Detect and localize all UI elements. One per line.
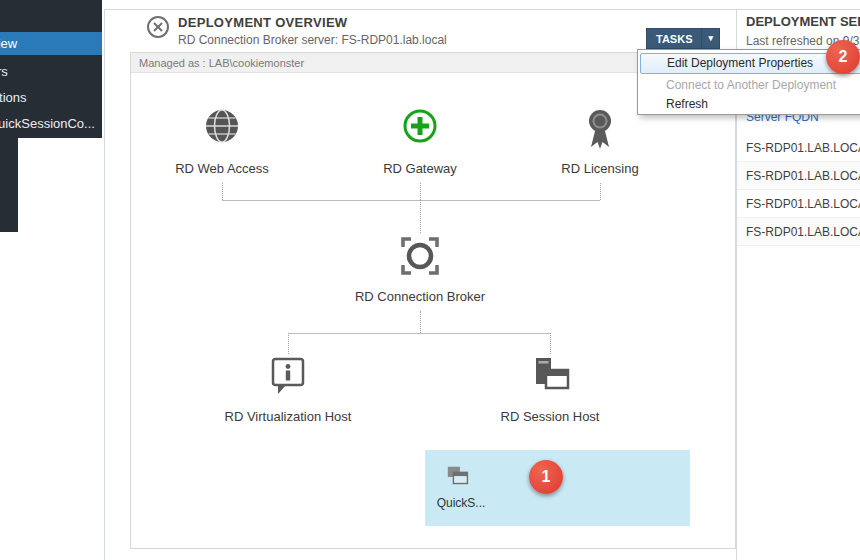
menu-item-connect-to-another-deployment[interactable]: Connect to Another Deployment bbox=[640, 75, 860, 96]
connector-line bbox=[600, 183, 601, 200]
connector-line bbox=[222, 183, 223, 200]
menu-item-refresh[interactable]: Refresh bbox=[640, 94, 860, 115]
tasks-dropdown-arrow-icon: ▾ bbox=[702, 34, 719, 43]
sidebar-item-quicksessioncollection[interactable]: QuickSessionCo... bbox=[0, 112, 102, 135]
node-label: RD Connection Broker bbox=[345, 289, 495, 304]
connector-line bbox=[288, 333, 289, 354]
server-row[interactable]: FS-RDP01.LAB.LOCAL bbox=[737, 134, 860, 162]
sidebar-item-servers-label: Servers bbox=[0, 60, 8, 83]
server-row[interactable]: FS-RDP01.LAB.LOCAL bbox=[737, 190, 860, 218]
server-row[interactable]: FS-RDP01.LAB.LOCAL bbox=[737, 218, 860, 246]
tasks-button[interactable]: TASKS ▾ bbox=[646, 28, 720, 49]
node-label: RD Session Host bbox=[475, 409, 625, 424]
connector-line bbox=[288, 333, 550, 334]
sidebar-item-collections-label: Collections bbox=[0, 86, 27, 109]
add-circle-icon bbox=[345, 105, 495, 151]
connector-line bbox=[420, 183, 421, 200]
deployment-overview-title: DEPLOYMENT OVERVIEW bbox=[178, 15, 347, 30]
annotation-badge-2: 2 bbox=[826, 40, 860, 74]
node-rd-virtualization-host[interactable]: RD Virtualization Host bbox=[213, 353, 363, 424]
node-rd-licensing[interactable]: RD Licensing bbox=[525, 105, 675, 176]
connector-line bbox=[420, 311, 421, 333]
section-collapse-icon[interactable] bbox=[146, 15, 170, 39]
collection-tile-label: QuickS... bbox=[429, 496, 493, 510]
annotation-badge-1: 1 bbox=[529, 460, 563, 494]
deployment-servers-list: FS-RDP01.LAB.LOCAL FS-RDP01.LAB.LOCAL FS… bbox=[737, 134, 860, 246]
session-host-icon bbox=[475, 353, 625, 399]
tasks-button-label: TASKS bbox=[647, 33, 701, 45]
sidebar-item-servers[interactable]: Servers bbox=[0, 60, 102, 83]
deployment-servers-title: DEPLOYMENT SERVERS bbox=[746, 14, 860, 29]
connector-line bbox=[550, 333, 551, 354]
broker-ring-icon bbox=[345, 233, 495, 279]
node-rd-gateway[interactable]: RD Gateway bbox=[345, 105, 495, 176]
connection-broker-subtitle: RD Connection Broker server: FS-RDP01.la… bbox=[178, 33, 447, 47]
node-rd-connection-broker[interactable]: RD Connection Broker bbox=[345, 233, 495, 304]
node-rd-web-access[interactable]: RD Web Access bbox=[147, 105, 297, 176]
left-nav-edge-strip bbox=[0, 138, 18, 232]
node-label: RD Licensing bbox=[525, 161, 675, 176]
rds-left-nav: Overview Servers Collections QuickSessio… bbox=[0, 0, 102, 138]
server-row[interactable]: FS-RDP01.LAB.LOCAL bbox=[737, 162, 860, 190]
info-bubble-icon bbox=[213, 353, 363, 399]
content-top-border bbox=[104, 9, 860, 10]
node-label: RD Gateway bbox=[345, 161, 495, 176]
collection-windows-icon bbox=[445, 463, 473, 495]
sidebar-item-overview[interactable]: Overview bbox=[0, 32, 102, 55]
node-label: RD Virtualization Host bbox=[213, 409, 363, 424]
main-vertical-separator bbox=[104, 9, 105, 560]
node-label: RD Web Access bbox=[147, 161, 297, 176]
connector-line bbox=[420, 200, 421, 233]
deployment-diagram-panel: Managed as : LAB\cookiemonster RD Web Ac… bbox=[130, 52, 736, 549]
connector-line bbox=[222, 200, 600, 201]
node-rd-session-host[interactable]: RD Session Host bbox=[475, 353, 625, 424]
sidebar-item-collections[interactable]: Collections bbox=[0, 86, 102, 109]
sidebar-item-overview-label: Overview bbox=[0, 32, 17, 55]
sidebar-item-quicksessioncollection-label: QuickSessionCo... bbox=[0, 112, 95, 135]
globe-icon bbox=[147, 105, 297, 151]
